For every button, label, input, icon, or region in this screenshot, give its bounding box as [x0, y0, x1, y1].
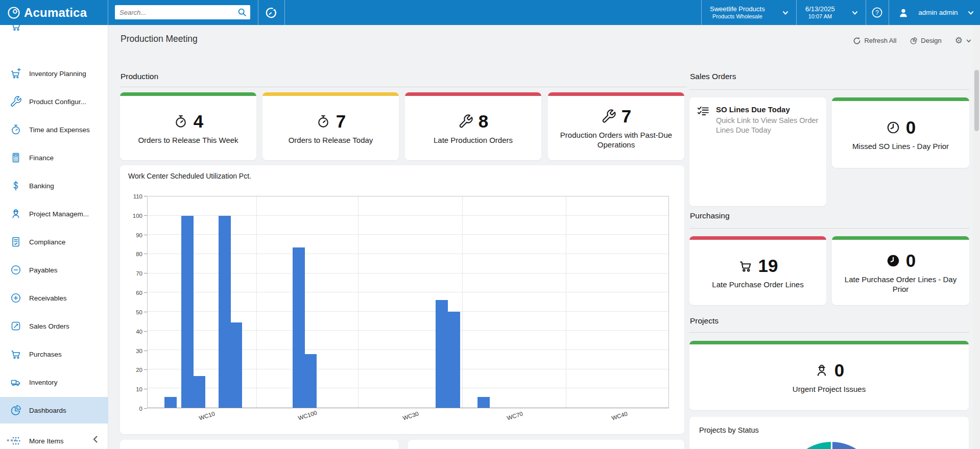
- sidebar-item-inventory-planning[interactable]: Inventory Planning: [0, 60, 108, 87]
- vertical-scrollbar[interactable]: [973, 25, 980, 449]
- help-button[interactable]: ?: [866, 0, 889, 25]
- user-menu[interactable]: admin admin: [898, 0, 974, 25]
- gridline: [566, 196, 566, 408]
- sidebar-item-label: Compliance: [29, 238, 65, 246]
- sidebar-item-partial[interactable]: [10, 25, 23, 31]
- sidebar-item-time-and-expenses[interactable]: Time and Expenses: [0, 116, 108, 143]
- refresh-all-button[interactable]: Refresh All: [853, 37, 896, 45]
- design-label: Design: [921, 37, 941, 44]
- document-check-icon: [10, 236, 22, 248]
- design-pie-icon: [910, 37, 918, 45]
- kpi-card-orders-to-release-today[interactable]: 7 Orders to Release Today: [262, 92, 399, 160]
- y-tick-label: 30: [136, 348, 142, 354]
- business-date: 6/13/2025: [805, 5, 835, 13]
- sidebar-item-payables[interactable]: Payables: [0, 257, 108, 283]
- partial-card[interactable]: [120, 440, 399, 449]
- pie-chart-icon: [10, 404, 22, 416]
- y-tick-label: 10: [136, 386, 142, 392]
- topbar-divider: [701, 0, 702, 25]
- page-title: Production Meeting: [121, 34, 198, 44]
- datetime-selector[interactable]: 6/13/2025 10:07 AM: [805, 0, 858, 25]
- section-divider: [689, 332, 969, 333]
- quick-link-card-so-lines-due-today[interactable]: SO Lines Due Today Quick Link to View Sa…: [689, 97, 826, 206]
- kpi-card-urgent-project-issues[interactable]: 0 Urgent Project Issues: [689, 341, 969, 410]
- wrench-icon: [10, 95, 22, 108]
- kpi-accent-bar: [689, 236, 826, 240]
- worker-icon: [10, 208, 22, 220]
- refresh-all-label: Refresh All: [864, 37, 896, 44]
- kpi-value: 4: [194, 111, 203, 132]
- sidebar-item-inventory[interactable]: Inventory: [0, 369, 108, 395]
- kpi-card-late-production-orders[interactable]: 8 Late Production Orders: [405, 92, 541, 160]
- search-icon[interactable]: [237, 7, 247, 17]
- company-branch: Products Wholesale: [712, 13, 762, 20]
- kpi-card-late-po-lines-day-prior[interactable]: 0 Late Purchase Order Lines - Day Prior: [832, 236, 969, 305]
- company-name: Sweetlife Products: [710, 5, 765, 13]
- kpi-accent-bar: [832, 236, 969, 240]
- help-icon: ?: [871, 7, 883, 18]
- projects-by-status-card[interactable]: Projects by Status: [689, 417, 969, 449]
- sidebar-item-sales-orders[interactable]: Sales Orders: [0, 313, 108, 339]
- partial-card[interactable]: [408, 440, 684, 449]
- acumatica-logo[interactable]: Acumatica: [7, 0, 87, 25]
- sidebar-item-project-management[interactable]: Project Managem...: [0, 201, 108, 227]
- chevron-left-icon: [91, 435, 100, 444]
- search-input[interactable]: [115, 9, 237, 16]
- company-selector[interactable]: Sweetlife Products Products Wholesale: [710, 0, 789, 25]
- sidebar-item-dashboards[interactable]: Dashboards: [0, 397, 108, 423]
- sidebar-item-label: Inventory: [29, 379, 58, 386]
- kpi-label: Late Purchase Order Lines - Day Prior: [839, 275, 962, 294]
- scrollbar-thumb[interactable]: [974, 70, 979, 131]
- kpi-accent-bar: [689, 341, 969, 344]
- cart-icon: [738, 258, 753, 273]
- kpi-card-missed-so-lines[interactable]: 0 Missed SO Lines - Day Prior: [832, 97, 969, 168]
- kpi-card-late-purchase-order-lines[interactable]: 19 Late Purchase Order Lines: [689, 236, 826, 305]
- stopwatch-icon: [10, 123, 22, 136]
- y-tick-label: 50: [136, 309, 142, 315]
- kpi-value: 0: [906, 251, 916, 271]
- stopwatch-icon: [173, 114, 188, 129]
- kpi-card-orders-to-release-this-week[interactable]: 4 Orders to Release This Week: [120, 92, 256, 160]
- utilization-chart-card[interactable]: Work Center Scheduled Utilization Pct. 0…: [120, 165, 684, 434]
- chevron-down-icon: [967, 9, 974, 16]
- chevron-down-icon: [966, 38, 972, 44]
- sidebar-item-label: Sales Orders: [29, 322, 69, 330]
- sidebar-item-receivables[interactable]: Receivables: [0, 285, 108, 311]
- kpi-accent-bar: [548, 92, 684, 96]
- sidebar-item-banking[interactable]: Banking: [0, 172, 108, 199]
- y-tick-label: 110: [133, 193, 142, 199]
- kpi-label: Production Orders with Past-Due Operatio…: [555, 131, 677, 150]
- utilization-bar: [230, 322, 242, 408]
- business-time: 10:07 AM: [808, 13, 832, 20]
- kpi-label: Late Production Orders: [434, 136, 513, 145]
- sidebar-item-label: Receivables: [29, 294, 67, 302]
- cart-plus-icon: [10, 67, 22, 80]
- sidebar-item-label: Project Managem...: [29, 210, 89, 218]
- y-axis-labels: 0102030405060708090100110: [120, 196, 147, 408]
- y-tick-label: 70: [136, 270, 142, 277]
- design-button[interactable]: Design: [910, 37, 941, 45]
- pencil-square-icon: [10, 320, 22, 332]
- kpi-label: Missed SO Lines - Day Prior: [852, 142, 949, 152]
- sidebar-item-purchases[interactable]: Purchases: [0, 341, 108, 367]
- business-date-button[interactable]: [258, 0, 284, 25]
- utilization-bar: [448, 312, 460, 408]
- sidebar-item-compliance[interactable]: Compliance: [0, 229, 108, 255]
- utilization-bar: [164, 397, 177, 408]
- section-title-production: Production: [121, 72, 158, 81]
- sidebar-collapse-button[interactable]: [91, 435, 100, 446]
- kpi-card-production-orders-past-due[interactable]: 7 Production Orders with Past-Due Operat…: [548, 92, 684, 160]
- utilization-bar: [304, 354, 317, 408]
- sidebar-item-label: Banking: [29, 182, 54, 190]
- section-divider: [689, 89, 969, 90]
- stopwatch-icon: [316, 114, 331, 129]
- kpi-value: 8: [479, 111, 488, 132]
- gridline: [358, 196, 358, 408]
- section-divider: [120, 87, 687, 87]
- dashboard-settings-button[interactable]: ⚙: [955, 35, 972, 46]
- sidebar-item-product-configurator[interactable]: Product Configur...: [0, 88, 108, 115]
- sidebar-more-options[interactable]: •••: [7, 436, 18, 444]
- sidebar-item-finance[interactable]: Finance: [0, 144, 108, 171]
- kpi-value: 7: [622, 106, 631, 127]
- utilization-bar: [477, 397, 490, 408]
